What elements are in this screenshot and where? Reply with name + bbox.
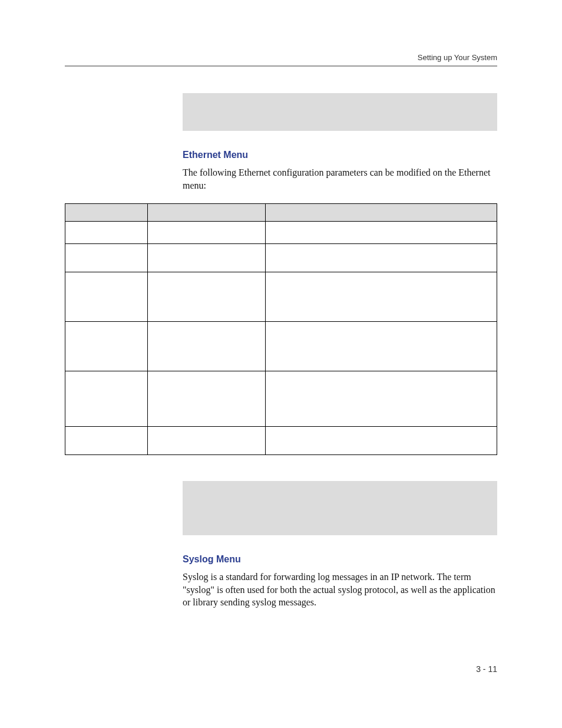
ethernet-heading: Ethernet Menu (183, 150, 497, 160)
note-box-1 (183, 93, 497, 131)
table-cell (148, 222, 266, 244)
table-header-2 (148, 204, 266, 222)
header-divider (65, 65, 497, 67)
table-cell (65, 427, 148, 455)
table-cell (266, 244, 497, 272)
table-cell (266, 322, 497, 371)
ethernet-intro: The following Ethernet configuration par… (183, 166, 497, 192)
table-header-1 (65, 204, 148, 222)
content-area: Ethernet Menu The following Ethernet con… (65, 93, 497, 621)
table-cell (148, 322, 266, 371)
table-cell (148, 371, 266, 427)
table-cell (266, 272, 497, 322)
table-row (65, 427, 497, 455)
table-cell (65, 371, 148, 427)
table-row (65, 222, 497, 244)
syslog-intro: Syslog is a standard for forwarding log … (183, 571, 497, 609)
page-number: 3 - 11 (476, 664, 497, 674)
table-cell (148, 272, 266, 322)
table-cell (65, 322, 148, 371)
table-cell (65, 222, 148, 244)
table-cell (148, 427, 266, 455)
table-cell (148, 244, 266, 272)
table-cell (65, 272, 148, 322)
table-row (65, 244, 497, 272)
table-cell (65, 244, 148, 272)
table-cell (266, 371, 497, 427)
ethernet-table (65, 203, 497, 455)
table-row (65, 322, 497, 371)
table-header-row (65, 204, 497, 222)
table-cell (266, 222, 497, 244)
syslog-heading: Syslog Menu (183, 554, 497, 565)
table-header-3 (266, 204, 497, 222)
table-row (65, 371, 497, 427)
table-row (65, 272, 497, 322)
note-box-2 (183, 481, 497, 535)
page-header-section: Setting up Your System (65, 53, 497, 62)
table-cell (266, 427, 497, 455)
